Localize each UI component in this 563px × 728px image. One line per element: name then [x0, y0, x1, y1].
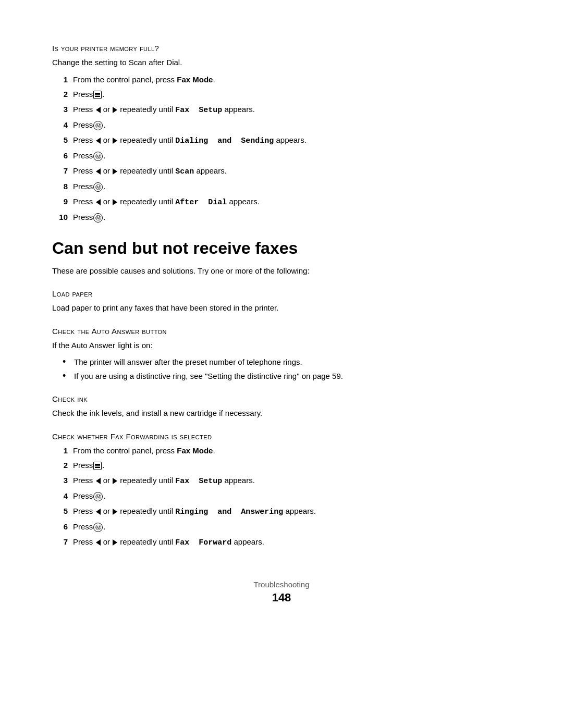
- step-5-bold: Dialing and Sending: [175, 137, 274, 145]
- step-5-item: 5 Press or repeatedly until Dialing and …: [52, 134, 511, 147]
- step-2-num: 2: [52, 89, 68, 101]
- main-heading: Can send but not receive faxes: [52, 238, 511, 258]
- ok-icon-10: Ⓜ: [93, 213, 103, 223]
- bullet-text-2: If you are using a distinctive ring, see…: [74, 371, 343, 382]
- fax-forwarding-body: 1 From the control panel, press Fax Mode…: [52, 445, 511, 549]
- footer-label: Troubleshooting: [52, 580, 511, 589]
- fwd-step-1-item: 1 From the control panel, press Fax Mode…: [52, 445, 511, 457]
- subsection-check-ink: Check ink Check the ink levels, and inst…: [52, 394, 511, 419]
- check-ink-text: Check the ink levels, and install a new …: [52, 408, 511, 419]
- step-2-content: Press.: [73, 89, 511, 101]
- fwd-step-2-item: 2 Press.: [52, 460, 511, 472]
- step-4-num: 4: [52, 119, 68, 131]
- subsection-auto-answer: Check the Auto Answer button If the Auto…: [52, 327, 511, 382]
- fwd-step-6-content: PressⓂ.: [73, 521, 511, 533]
- bullet-dot-1: •: [63, 357, 72, 366]
- fwd-step-4-content: PressⓂ.: [73, 490, 511, 502]
- arrow-left-fwd-7: [96, 539, 101, 546]
- fax-forwarding-heading: Check whether Fax Forwarding is selected: [52, 432, 511, 441]
- step-8-item: 8 PressⓂ.: [52, 181, 511, 193]
- load-paper-body: Load paper to print any faxes that have …: [52, 302, 511, 314]
- arrow-left-3: [96, 107, 101, 113]
- section1-heading: Is your printer memory full?: [52, 44, 511, 53]
- step-9-item: 9 Press or repeatedly until After Dial a…: [52, 196, 511, 209]
- main-intro: These are possible causes and solutions.…: [52, 265, 511, 277]
- fax-forwarding-steps: 1 From the control panel, press Fax Mode…: [52, 445, 511, 549]
- step-7-num: 7: [52, 165, 68, 177]
- bullet-item-1: • The printer will answer after the pres…: [63, 356, 511, 368]
- arrow-right-3: [113, 107, 117, 113]
- arrow-right-fwd-5: [113, 509, 117, 515]
- ok-icon-6: Ⓜ: [93, 152, 103, 161]
- auto-answer-heading: Check the Auto Answer button: [52, 327, 511, 336]
- step-10-num: 10: [52, 212, 68, 224]
- fwd-step-3-num: 3: [52, 475, 68, 487]
- auto-answer-body: If the Auto Answer light is on: • The pr…: [52, 340, 511, 382]
- fwd-step-7-content: Press or repeatedly until Fax Forward ap…: [73, 536, 511, 549]
- step-3-bold: Fax Setup: [175, 106, 222, 115]
- arrow-right-5: [113, 138, 117, 144]
- ok-icon-fwd-4: Ⓜ: [93, 492, 103, 501]
- step-3-item: 3 Press or repeatedly until Fax Setup ap…: [52, 104, 511, 117]
- fwd-step-3-item: 3 Press or repeatedly until Fax Setup ap…: [52, 475, 511, 488]
- auto-answer-intro: If the Auto Answer light is on:: [52, 340, 511, 352]
- step-5-content: Press or repeatedly until Dialing and Se…: [73, 134, 511, 147]
- step-8-content: PressⓂ.: [73, 181, 511, 193]
- step-4-content: PressⓂ.: [73, 119, 511, 131]
- arrow-right-fwd-3: [113, 478, 117, 484]
- fwd-step-4-item: 4 PressⓂ.: [52, 490, 511, 502]
- fwd-step-5-content: Press or repeatedly until Ringing and An…: [73, 505, 511, 519]
- step-2-item: 2 Press.: [52, 89, 511, 101]
- menu-icon-fwd-2: [93, 462, 102, 470]
- step-1-content: From the control panel, press Fax Mode.: [73, 74, 511, 86]
- fwd-step-3-content: Press or repeatedly until Fax Setup appe…: [73, 475, 511, 488]
- subsection-load-paper: Load paper Load paper to print any faxes…: [52, 289, 511, 314]
- load-paper-heading: Load paper: [52, 289, 511, 298]
- step-6-content: PressⓂ.: [73, 150, 511, 162]
- fwd-step-5-bold: Ringing and Answering: [175, 508, 283, 516]
- bullet-item-2: • If you are using a distinctive ring, s…: [63, 371, 511, 382]
- fwd-step-6-num: 6: [52, 521, 68, 533]
- fwd-step-1-bold: Fax Mode: [177, 446, 213, 455]
- fwd-step-7-bold: Fax Forward: [175, 538, 231, 547]
- step-8-num: 8: [52, 181, 68, 193]
- step-10-item: 10 PressⓂ.: [52, 212, 511, 224]
- load-paper-text: Load paper to print any faxes that have …: [52, 302, 511, 314]
- step-7-bold: Scan: [175, 167, 194, 176]
- step-1-num: 1: [52, 74, 68, 86]
- check-ink-heading: Check ink: [52, 394, 511, 403]
- step-6-item: 6 PressⓂ.: [52, 150, 511, 162]
- section1-steps: 1 From the control panel, press Fax Mode…: [52, 74, 511, 224]
- step-9-num: 9: [52, 196, 68, 208]
- step-3-content: Press or repeatedly until Fax Setup appe…: [73, 104, 511, 117]
- fwd-step-6-item: 6 PressⓂ.: [52, 521, 511, 533]
- step-6-num: 6: [52, 150, 68, 162]
- section1-intro: Change the setting to Scan after Dial.: [52, 57, 511, 69]
- bullet-text-1: The printer will answer after the preset…: [74, 356, 302, 368]
- menu-icon-2: [93, 91, 102, 99]
- fwd-step-2-content: Press.: [73, 460, 511, 472]
- auto-answer-bullets: • The printer will answer after the pres…: [63, 356, 511, 382]
- ok-icon-4: Ⓜ: [93, 121, 103, 130]
- arrow-left-fwd-5: [96, 509, 101, 515]
- ok-icon-8: Ⓜ: [93, 182, 103, 192]
- subsection-fax-forwarding: Check whether Fax Forwarding is selected…: [52, 432, 511, 549]
- fwd-step-1-num: 1: [52, 445, 68, 457]
- footer: Troubleshooting 148: [52, 580, 511, 604]
- check-ink-body: Check the ink levels, and install a new …: [52, 408, 511, 419]
- step-7-item: 7 Press or repeatedly until Scan appears…: [52, 165, 511, 178]
- fwd-step-1-content: From the control panel, press Fax Mode.: [73, 445, 511, 457]
- step-9-content: Press or repeatedly until After Dial app…: [73, 196, 511, 209]
- fwd-step-3-bold: Fax Setup: [175, 477, 222, 486]
- arrow-right-9: [113, 199, 117, 205]
- bullet-dot-2: •: [63, 371, 72, 380]
- step-5-num: 5: [52, 134, 68, 146]
- step-3-num: 3: [52, 104, 68, 116]
- footer-page: 148: [52, 591, 511, 604]
- arrow-left-9: [96, 199, 101, 205]
- step-1-item: 1 From the control panel, press Fax Mode…: [52, 74, 511, 86]
- step-9-bold: After Dial: [175, 198, 227, 207]
- arrow-left-5: [96, 138, 101, 144]
- arrow-left-7: [96, 168, 101, 175]
- step-10-content: PressⓂ.: [73, 212, 511, 224]
